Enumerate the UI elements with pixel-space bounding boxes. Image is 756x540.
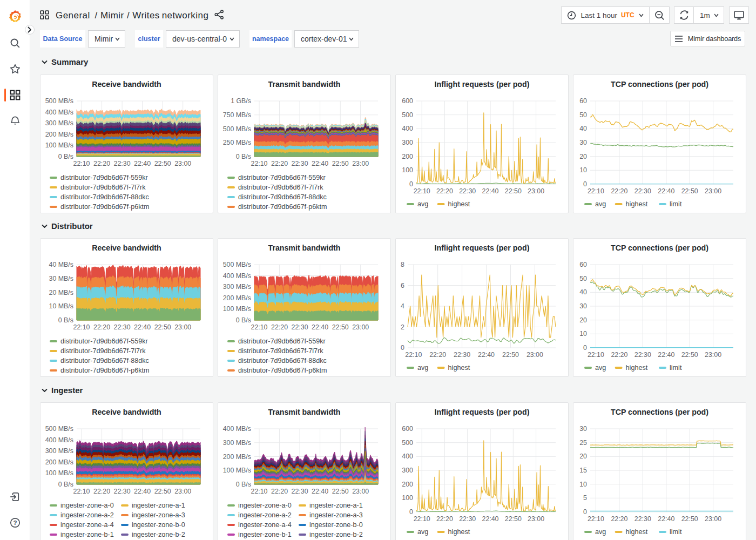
svg-text:highest: highest xyxy=(626,528,648,536)
svg-text:22:50: 22:50 xyxy=(332,323,349,331)
svg-text:distributor-7d9db6d67f-88dkc: distributor-7d9db6d67f-88dkc xyxy=(238,193,327,201)
svg-text:20 MB/s: 20 MB/s xyxy=(49,289,73,296)
svg-text:400 MB/s: 400 MB/s xyxy=(223,425,251,433)
svg-text:avg: avg xyxy=(417,364,428,372)
svg-text:500: 500 xyxy=(402,111,413,119)
svg-text:20: 20 xyxy=(579,453,587,460)
svg-text:25: 25 xyxy=(579,439,587,447)
svg-text:avg: avg xyxy=(417,528,428,536)
svg-text:300: 300 xyxy=(402,139,413,146)
svg-text:200 MB/s: 200 MB/s xyxy=(223,294,251,302)
svg-text:avg: avg xyxy=(417,200,428,208)
svg-text:ingester-zone-a-2: ingester-zone-a-2 xyxy=(60,511,114,519)
svg-text:distributor-7d9db6d67f-7l7rk: distributor-7d9db6d67f-7l7rk xyxy=(238,184,323,191)
svg-text:200: 200 xyxy=(402,481,413,488)
svg-text:22:40: 22:40 xyxy=(478,351,495,359)
svg-text:22:40: 22:40 xyxy=(134,323,151,331)
svg-text:22:40: 22:40 xyxy=(482,515,498,523)
svg-text:22:40: 22:40 xyxy=(134,488,151,495)
svg-text:ingester-zone-a-3: ingester-zone-a-3 xyxy=(132,511,185,519)
svg-text:ingester-zone-b-0: ingester-zone-b-0 xyxy=(132,521,185,529)
svg-text:0: 0 xyxy=(583,180,587,188)
svg-text:distributor-7d9db6d67f-p6ktm: distributor-7d9db6d67f-p6ktm xyxy=(238,367,327,374)
svg-text:30: 30 xyxy=(579,139,587,146)
svg-text:23:00: 23:00 xyxy=(174,160,191,167)
svg-text:ingester-zone-a-4: ingester-zone-a-4 xyxy=(60,521,114,529)
svg-text:22:40: 22:40 xyxy=(482,187,498,195)
svg-text:distributor-7d9db6d67f-7l7rk: distributor-7d9db6d67f-7l7rk xyxy=(238,347,323,355)
svg-text:Receive bandwidth: Receive bandwidth xyxy=(92,408,161,416)
svg-text:22:20: 22:20 xyxy=(93,488,110,495)
svg-text:600: 600 xyxy=(402,97,413,105)
svg-text:400 MB/s: 400 MB/s xyxy=(223,272,251,280)
svg-text:30: 30 xyxy=(579,302,587,310)
svg-text:0 B/s: 0 B/s xyxy=(58,316,73,324)
svg-text:250 MB/s: 250 MB/s xyxy=(223,139,251,146)
svg-text:23:00: 23:00 xyxy=(526,351,543,359)
svg-text:22:50: 22:50 xyxy=(154,488,171,495)
svg-text:22:20: 22:20 xyxy=(436,187,453,195)
svg-text:200 MB/s: 200 MB/s xyxy=(223,453,251,461)
svg-text:0: 0 xyxy=(401,344,404,352)
svg-text:distributor-7d9db6d67f-559kr: distributor-7d9db6d67f-559kr xyxy=(60,338,148,345)
svg-text:22:50: 22:50 xyxy=(505,515,522,523)
svg-text:400 MB/s: 400 MB/s xyxy=(45,109,73,116)
svg-text:0: 0 xyxy=(409,508,413,516)
svg-text:23:00: 23:00 xyxy=(352,323,369,331)
svg-text:20: 20 xyxy=(579,153,587,160)
svg-text:highest: highest xyxy=(448,528,470,536)
svg-text:22:30: 22:30 xyxy=(634,187,651,195)
svg-text:200: 200 xyxy=(402,153,413,160)
svg-text:ingester-zone-b-1: ingester-zone-b-1 xyxy=(60,531,114,538)
svg-text:22:50: 22:50 xyxy=(502,351,519,359)
svg-text:22:10: 22:10 xyxy=(73,323,90,331)
svg-text:23:00: 23:00 xyxy=(174,488,191,495)
svg-text:60: 60 xyxy=(579,261,587,268)
svg-text:ingester-zone-b-1: ingester-zone-b-1 xyxy=(238,531,292,538)
svg-text:22:40: 22:40 xyxy=(658,351,674,359)
svg-text:22:10: 22:10 xyxy=(73,160,90,167)
svg-text:500 MB/s: 500 MB/s xyxy=(223,261,251,268)
svg-text:22:20: 22:20 xyxy=(271,488,288,495)
svg-text:8: 8 xyxy=(401,261,404,268)
svg-text:?: ? xyxy=(13,519,17,526)
svg-text:22:10: 22:10 xyxy=(588,515,604,523)
svg-text:1 GB/s: 1 GB/s xyxy=(231,97,251,105)
svg-text:ingester-zone-a-1: ingester-zone-a-1 xyxy=(309,502,363,509)
svg-text:22:40: 22:40 xyxy=(312,323,328,331)
svg-text:distributor-7d9db6d67f-88dkc: distributor-7d9db6d67f-88dkc xyxy=(60,357,149,364)
svg-text:300 MB/s: 300 MB/s xyxy=(45,119,73,127)
svg-text:distributor-7d9db6d67f-p6ktm: distributor-7d9db6d67f-p6ktm xyxy=(60,367,150,374)
svg-text:23:00: 23:00 xyxy=(705,187,721,195)
svg-text:22:20: 22:20 xyxy=(611,351,627,359)
svg-text:TCP connections (per pod): TCP connections (per pod) xyxy=(611,408,708,416)
svg-text:10: 10 xyxy=(579,330,587,338)
svg-text:22:50: 22:50 xyxy=(332,488,349,495)
svg-text:Inflight requests (per pod): Inflight requests (per pod) xyxy=(435,408,530,416)
svg-text:highest: highest xyxy=(448,200,470,208)
svg-text:10 MB/s: 10 MB/s xyxy=(49,302,73,310)
svg-text:0 B/s: 0 B/s xyxy=(236,316,251,324)
svg-text:22:20: 22:20 xyxy=(271,323,288,331)
svg-text:ingester-zone-b-0: ingester-zone-b-0 xyxy=(309,521,363,529)
svg-text:0: 0 xyxy=(583,508,587,516)
svg-text:highest: highest xyxy=(626,200,648,208)
svg-text:highest: highest xyxy=(626,364,648,372)
svg-text:22:20: 22:20 xyxy=(271,160,288,167)
svg-text:40: 40 xyxy=(579,288,587,296)
svg-text:22:10: 22:10 xyxy=(414,187,430,195)
svg-text:0 B/s: 0 B/s xyxy=(236,481,251,488)
svg-text:limit: limit xyxy=(670,528,682,536)
svg-text:23:00: 23:00 xyxy=(352,160,369,167)
svg-text:22:50: 22:50 xyxy=(681,515,698,523)
svg-text:22:40: 22:40 xyxy=(658,515,674,523)
svg-text:30 MB/s: 30 MB/s xyxy=(49,275,73,282)
svg-text:Transmit bandwidth: Transmit bandwidth xyxy=(268,80,341,89)
svg-text:TCP connections (per pod): TCP connections (per pod) xyxy=(611,244,708,252)
svg-text:limit: limit xyxy=(670,200,682,208)
svg-text:22:40: 22:40 xyxy=(658,187,674,195)
svg-text:ingester-zone-b-2: ingester-zone-b-2 xyxy=(132,531,185,538)
svg-text:30: 30 xyxy=(579,425,587,433)
svg-text:ingester-zone-a-2: ingester-zone-a-2 xyxy=(238,511,292,519)
svg-text:200 MB/s: 200 MB/s xyxy=(45,458,73,466)
